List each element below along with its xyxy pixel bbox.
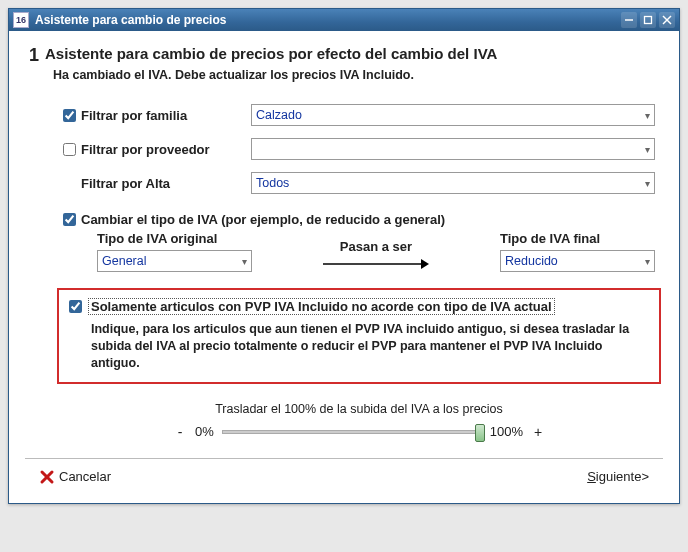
slider-thumb[interactable] — [475, 424, 485, 442]
change-iva-row: Cambiar el tipo de IVA (por ejemplo, de … — [63, 212, 655, 227]
filter-family-value: Calzado — [256, 108, 302, 122]
window-frame: 16 Asistente para cambio de precios 1 As… — [8, 8, 680, 504]
filter-supplier-checkbox[interactable] — [63, 143, 76, 156]
slider-decrement[interactable]: - — [173, 424, 187, 440]
app-icon: 16 — [13, 12, 29, 28]
filter-alta-select[interactable]: Todos ▾ — [251, 172, 655, 194]
maximize-button[interactable] — [640, 12, 656, 28]
arrow-right-icon — [321, 258, 431, 270]
step-number: 1 — [25, 45, 39, 66]
filter-family-row: Filtrar por familia Calzado ▾ — [63, 104, 655, 126]
iva-final-select[interactable]: Reducido ▾ — [500, 250, 655, 272]
close-button[interactable] — [659, 12, 675, 28]
minimize-button[interactable] — [621, 12, 637, 28]
highlight-checkbox[interactable] — [69, 300, 82, 313]
highlight-box: Solamente articulos con PVP IVA Incluido… — [57, 288, 661, 384]
slider-min-label: 0% — [195, 424, 214, 439]
slider-caption: Trasladar el 100% de la subida del IVA a… — [63, 402, 655, 416]
iva-original-block: Tipo de IVA original General ▾ — [97, 231, 252, 272]
chevron-down-icon: ▾ — [645, 178, 650, 189]
footer: Cancelar Siguiente> — [25, 458, 663, 495]
slider-row: - 0% 100% + — [63, 424, 655, 440]
filter-alta-value: Todos — [256, 176, 289, 190]
iva-final-value: Reducido — [505, 254, 558, 268]
change-iva-label: Cambiar el tipo de IVA (por ejemplo, de … — [81, 212, 445, 227]
filter-family-select[interactable]: Calzado ▾ — [251, 104, 655, 126]
cancel-button[interactable]: Cancelar — [33, 465, 117, 489]
chevron-down-icon: ▾ — [242, 256, 247, 267]
form-area: Filtrar por familia Calzado ▾ Filtrar po… — [25, 104, 663, 440]
iva-pasan-label: Pasan a ser — [340, 239, 412, 254]
filter-family-checkbox[interactable] — [63, 109, 76, 122]
iva-original-header: Tipo de IVA original — [97, 231, 252, 246]
step-header: 1 Asistente para cambio de precios por e… — [25, 45, 663, 66]
chevron-down-icon: ▾ — [645, 144, 650, 155]
cancel-label: Cancelar — [59, 469, 111, 484]
change-iva-checkbox[interactable] — [63, 213, 76, 226]
content-area: 1 Asistente para cambio de precios por e… — [9, 31, 679, 503]
svg-marker-5 — [421, 259, 429, 269]
cancel-icon — [39, 469, 55, 485]
chevron-down-icon: ▾ — [645, 110, 650, 121]
slider-max-label: 100% — [490, 424, 523, 439]
iva-final-header: Tipo de IVA final — [500, 231, 655, 246]
filter-supplier-row: Filtrar por proveedor ▾ — [63, 138, 655, 160]
svg-rect-1 — [645, 17, 652, 24]
filter-alta-label: Filtrar por Alta — [81, 176, 251, 191]
step-subtitle: Ha cambiado el IVA. Debe actualizar los … — [53, 68, 663, 82]
chevron-down-icon: ▾ — [645, 256, 650, 267]
highlight-label: Solamente articulos con PVP IVA Incluido… — [88, 298, 555, 315]
step-title: Asistente para cambio de precios por efe… — [45, 45, 497, 62]
filter-supplier-label: Filtrar por proveedor — [81, 142, 251, 157]
filter-family-label: Filtrar por familia — [81, 108, 251, 123]
iva-arrow-block: Pasan a ser — [252, 239, 500, 272]
next-button[interactable]: Siguiente> — [581, 465, 655, 488]
iva-original-select[interactable]: General ▾ — [97, 250, 252, 272]
slider-track[interactable] — [222, 430, 482, 434]
iva-final-block: Tipo de IVA final Reducido ▾ — [500, 231, 655, 272]
filter-alta-row: Filtrar por Alta Todos ▾ — [63, 172, 655, 194]
highlight-text: Indique, para los articulos que aun tien… — [91, 321, 649, 372]
iva-conversion-row: Tipo de IVA original General ▾ Pasan a s… — [63, 231, 655, 272]
filter-supplier-select[interactable]: ▾ — [251, 138, 655, 160]
iva-original-value: General — [102, 254, 146, 268]
highlight-header-row: Solamente articulos con PVP IVA Incluido… — [69, 298, 649, 315]
slider-increment[interactable]: + — [531, 424, 545, 440]
titlebar: 16 Asistente para cambio de precios — [9, 9, 679, 31]
next-label: Siguiente> — [587, 469, 649, 484]
window-title: Asistente para cambio de precios — [35, 13, 618, 27]
